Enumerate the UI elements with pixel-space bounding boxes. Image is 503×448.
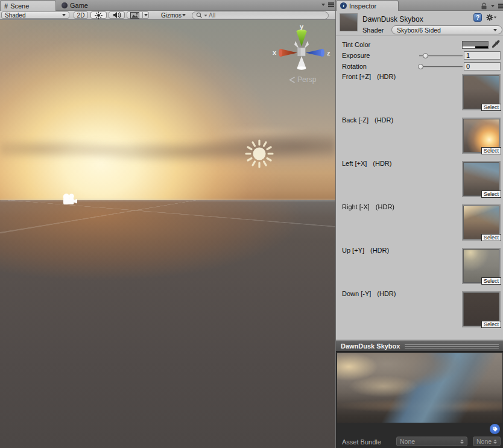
toggle-2d-label: 2D xyxy=(77,12,85,19)
asset-bundle-row: Asset Bundle None None xyxy=(336,437,503,448)
shading-mode-dropdown[interactable]: Shaded xyxy=(1,11,69,19)
panel-menu-icon[interactable] xyxy=(328,2,334,7)
search-filter-value: All xyxy=(209,12,215,19)
tint-color-label: Tint Color xyxy=(342,41,370,48)
dropdown-caret-icon[interactable] xyxy=(491,5,495,7)
inspector-pane: i Inspector DawnDusk Skybox ? xyxy=(335,0,503,448)
eyedropper-icon[interactable] xyxy=(492,40,500,48)
panel-menu-icon[interactable] xyxy=(498,4,503,8)
gear-icon[interactable] xyxy=(486,13,497,22)
projection-mode-button[interactable]: Persp xyxy=(288,75,316,84)
scene-toolbar: Shaded 2D xyxy=(0,11,335,20)
help-icon[interactable]: ? xyxy=(473,13,482,22)
game-icon xyxy=(62,2,68,8)
rotation-field[interactable]: 0 xyxy=(464,62,501,71)
select-button[interactable]: Select xyxy=(481,104,501,111)
tint-color-swatch[interactable] xyxy=(462,41,489,49)
scene-effects-button[interactable] xyxy=(127,11,143,19)
preview-titlebar[interactable]: DawnDusk Skybox xyxy=(336,341,503,351)
gear-caret-icon xyxy=(494,17,496,19)
asset-bundle-label: Asset Bundle xyxy=(342,438,381,446)
axis-down-cone[interactable] xyxy=(297,56,306,68)
unity-editor-window: # Scene Game Shaded 2D xyxy=(0,0,503,448)
texture-slot-down: Down [-Y](HDR) Select xyxy=(336,290,503,329)
scene-tab-menu xyxy=(321,2,334,7)
chevron-left-icon xyxy=(288,77,296,83)
inspector-tabbar: i Inspector xyxy=(336,0,503,11)
shader-dropdown[interactable]: Skybox/6 Sided xyxy=(391,25,502,34)
preview-title: DawnDusk Skybox xyxy=(341,342,400,350)
toggle-2d-button[interactable]: 2D xyxy=(74,11,88,19)
search-filter-caret-icon xyxy=(204,14,207,16)
axis-z-cone[interactable] xyxy=(306,49,323,57)
camera-gizmo[interactable] xyxy=(60,191,80,210)
select-button[interactable]: Select xyxy=(481,191,501,198)
updown-icon xyxy=(493,440,497,444)
image-icon xyxy=(130,12,139,19)
shading-mode-label: Shaded xyxy=(5,12,25,19)
select-button[interactable]: Select xyxy=(481,277,501,285)
tab-scene[interactable]: # Scene xyxy=(0,0,56,11)
asset-variant-value: None xyxy=(476,438,492,445)
asset-bundle-dropdown[interactable]: None xyxy=(396,437,467,446)
horizon-line xyxy=(0,199,335,201)
chevron-down-icon xyxy=(182,14,186,16)
texture-label: Front [+Z] xyxy=(342,73,371,80)
tab-game-label: Game xyxy=(70,2,88,9)
asset-variant-dropdown[interactable]: None xyxy=(473,437,501,446)
select-button[interactable]: Select xyxy=(481,147,501,154)
tab-scene-label: Scene xyxy=(10,2,29,10)
axis-orientation-gizmo[interactable]: y x z xyxy=(271,24,332,78)
scene-search-field[interactable]: All xyxy=(192,11,329,19)
material-title: DawnDusk Skybox xyxy=(362,15,423,24)
preview-drag-handle-icon[interactable] xyxy=(405,344,499,349)
chevron-down-icon xyxy=(144,14,148,16)
chevron-down-icon xyxy=(62,14,66,16)
search-icon xyxy=(196,12,203,19)
rotation-slider-knob[interactable] xyxy=(418,64,423,69)
hdr-tag: (HDR) xyxy=(370,247,389,254)
axis-x-cone[interactable] xyxy=(280,49,297,57)
hdr-tag: (HDR) xyxy=(376,203,394,210)
directional-light-gizmo[interactable] xyxy=(243,137,276,170)
material-thumbnail[interactable] xyxy=(340,13,358,31)
exposure-slider-knob[interactable] xyxy=(423,53,428,58)
tab-inspector[interactable]: i Inspector xyxy=(336,0,399,11)
chevron-down-icon xyxy=(493,29,497,31)
gizmos-label: Gizmos xyxy=(161,12,182,19)
effects-dropdown-button[interactable] xyxy=(142,11,149,19)
gizmos-dropdown[interactable]: Gizmos xyxy=(158,11,189,19)
hdr-tag: (HDR) xyxy=(375,116,393,124)
texture-slot-back: Back [-Z](HDR) Select xyxy=(336,116,503,155)
texture-slot-right: Right [-X](HDR) Select xyxy=(336,203,503,242)
scene-grid xyxy=(0,200,335,448)
asset-labels-button[interactable] xyxy=(490,424,500,434)
projection-mode-label: Persp xyxy=(297,75,316,84)
shader-value: Skybox/6 Sided xyxy=(397,27,441,34)
scene-tabbar: # Scene Game xyxy=(0,0,335,11)
select-button[interactable]: Select xyxy=(481,234,501,241)
axis-y-label: y xyxy=(300,24,304,30)
select-button[interactable]: Select xyxy=(481,321,501,328)
texture-label: Up [+Y] xyxy=(342,247,364,254)
axis-y-cone[interactable] xyxy=(297,31,307,46)
exposure-field[interactable]: 1 xyxy=(464,51,501,60)
lock-icon[interactable] xyxy=(481,2,487,10)
texture-label: Down [-Y] xyxy=(342,290,371,297)
dropdown-caret-icon[interactable] xyxy=(321,4,325,6)
rotation-slider[interactable] xyxy=(419,66,463,68)
texture-label: Back [-Z] xyxy=(342,116,369,124)
scene-lighting-button[interactable] xyxy=(90,11,107,19)
texture-label: Right [-X] xyxy=(342,203,370,210)
texture-slot-front: Front [+Z](HDR) Select xyxy=(336,73,503,112)
tint-alpha-bar xyxy=(463,46,488,48)
axis-z-cone[interactable] xyxy=(321,49,324,57)
tab-game[interactable]: Game xyxy=(58,0,94,11)
info-icon: i xyxy=(340,2,347,9)
exposure-slider[interactable] xyxy=(419,55,463,57)
axis-down-cone[interactable] xyxy=(297,66,306,70)
scene-audio-button[interactable] xyxy=(109,11,125,19)
speaker-icon xyxy=(113,11,121,19)
axis-x-cone[interactable] xyxy=(279,49,282,57)
scene-viewport[interactable]: y x z Persp xyxy=(0,20,335,448)
